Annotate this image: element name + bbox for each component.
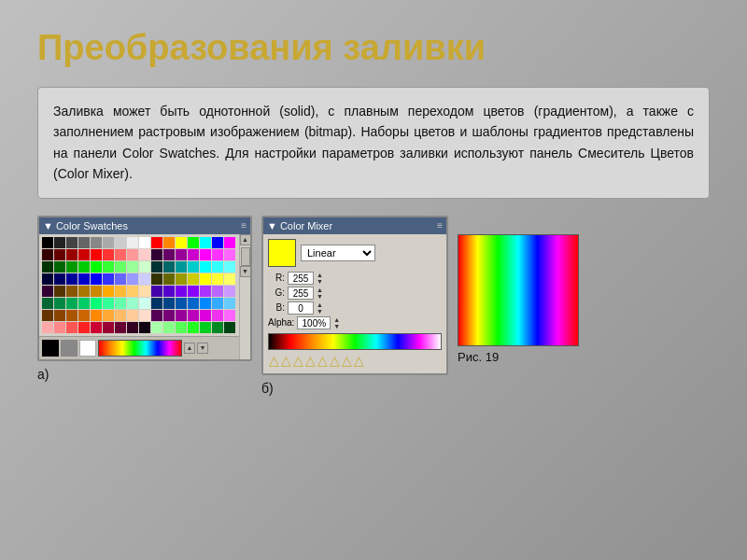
swatch-cell[interactable] (151, 298, 162, 309)
swatch-cell[interactable] (224, 310, 235, 321)
swatch-cell[interactable] (151, 249, 162, 260)
swatch-cell[interactable] (66, 249, 78, 260)
swatch-cell[interactable] (66, 322, 78, 333)
swatch-cell[interactable] (54, 298, 65, 309)
swatch-cell[interactable] (200, 310, 211, 321)
swatch-cell[interactable] (91, 322, 102, 333)
r-arrows[interactable]: ▲▼ (317, 272, 323, 285)
swatch-cell[interactable] (127, 273, 138, 285)
swatch-cell[interactable] (115, 322, 126, 333)
swatch-cell[interactable] (103, 298, 114, 309)
swatch-cell[interactable] (115, 310, 126, 321)
swatch-cell[interactable] (42, 261, 53, 273)
swatch-cell[interactable] (212, 322, 223, 333)
swatch-cell[interactable] (151, 322, 162, 333)
swatch-cell[interactable] (78, 249, 90, 260)
stop-icon-4[interactable]: △ (305, 353, 316, 368)
swatch-cell[interactable] (188, 286, 199, 297)
swatch-cell[interactable] (91, 273, 102, 285)
swatch-cell[interactable] (115, 249, 126, 260)
swatch-cell[interactable] (224, 286, 235, 297)
swatch-cell[interactable] (78, 298, 90, 309)
swatch-cell[interactable] (127, 310, 138, 321)
swatch-cell[interactable] (212, 261, 223, 273)
swatch-cell[interactable] (151, 261, 162, 273)
stop-icon-5[interactable]: △ (317, 353, 328, 368)
alpha-arrows[interactable]: ▲▼ (333, 316, 340, 329)
swatch-cell[interactable] (200, 237, 211, 248)
scroll-up-btn[interactable]: ▲ (184, 343, 195, 354)
swatch-cell[interactable] (212, 310, 223, 321)
swatch-cell[interactable] (200, 286, 211, 297)
swatch-cell[interactable] (54, 322, 65, 333)
swatch-cell[interactable] (91, 249, 102, 260)
swatch-cell[interactable] (42, 286, 53, 297)
swatch-cell[interactable] (163, 273, 175, 285)
stop-icon-8[interactable]: △ (354, 353, 364, 368)
swatch-cell[interactable] (103, 261, 114, 273)
swatch-cell[interactable] (103, 322, 114, 333)
r-value[interactable]: 255 (288, 272, 314, 285)
swatch-cell[interactable] (151, 310, 162, 321)
swatch-cell[interactable] (200, 273, 211, 285)
scrollbar-thumb[interactable] (241, 247, 250, 266)
swatch-cell[interactable] (127, 249, 138, 260)
swatch-cell[interactable] (66, 273, 78, 285)
b-value[interactable]: 0 (288, 301, 314, 315)
stop-icon-6[interactable]: △ (330, 353, 340, 368)
swatch-cell[interactable] (163, 310, 175, 321)
swatch-cell[interactable] (212, 273, 223, 285)
swatch-cell[interactable] (176, 261, 187, 273)
swatch-cell[interactable] (212, 237, 223, 248)
swatch-gray-large[interactable] (61, 340, 78, 357)
swatch-cell[interactable] (224, 261, 235, 273)
swatch-cell[interactable] (78, 286, 90, 297)
swatch-cell[interactable] (163, 261, 175, 273)
swatch-cell[interactable] (103, 249, 114, 260)
swatch-cell[interactable] (66, 298, 78, 309)
swatch-cell[interactable] (66, 261, 78, 273)
scroll-down-icon[interactable]: ▼ (240, 266, 251, 277)
swatch-cell[interactable] (176, 322, 187, 333)
swatch-cell[interactable] (66, 310, 78, 321)
g-arrows[interactable]: ▲▼ (317, 287, 323, 300)
swatch-cell[interactable] (188, 237, 199, 248)
swatch-cell[interactable] (127, 286, 138, 297)
swatch-cell[interactable] (188, 261, 199, 273)
stop-icon-2[interactable]: △ (281, 353, 291, 368)
swatch-cell[interactable] (188, 249, 199, 260)
swatch-cell[interactable] (163, 237, 175, 248)
swatch-cell[interactable] (224, 322, 235, 333)
swatch-cell[interactable] (188, 322, 199, 333)
swatch-cell[interactable] (176, 273, 187, 285)
swatch-cell[interactable] (151, 237, 162, 248)
swatch-cell[interactable] (78, 273, 90, 285)
swatch-white-large[interactable] (79, 340, 96, 357)
swatch-cell[interactable] (78, 310, 90, 321)
b-arrows[interactable]: ▲▼ (317, 301, 323, 315)
swatch-cell[interactable] (66, 286, 78, 297)
swatch-cell[interactable] (103, 310, 114, 321)
swatch-cell[interactable] (176, 286, 187, 297)
swatch-cell[interactable] (91, 237, 102, 248)
gradient-type-select[interactable]: Linear Radial (301, 245, 375, 261)
swatch-cell[interactable] (91, 298, 102, 309)
swatch-cell[interactable] (176, 237, 187, 248)
swatch-cell[interactable] (54, 261, 65, 273)
stop-icon-3[interactable]: △ (293, 353, 303, 368)
g-value[interactable]: 255 (288, 287, 314, 300)
swatch-cell[interactable] (91, 286, 102, 297)
swatch-cell[interactable] (115, 273, 126, 285)
swatch-cell[interactable] (78, 322, 90, 333)
swatch-cell[interactable] (115, 298, 126, 309)
swatch-cell[interactable] (212, 249, 223, 260)
alpha-value[interactable]: 100% (297, 316, 331, 329)
swatch-cell[interactable] (54, 273, 65, 285)
swatch-cell[interactable] (200, 261, 211, 273)
mixer-menu-icon[interactable]: ≡ (437, 220, 443, 231)
swatch-cell[interactable] (115, 237, 126, 248)
swatch-cell[interactable] (151, 273, 162, 285)
swatch-cell[interactable] (139, 298, 150, 309)
swatch-cell[interactable] (200, 249, 211, 260)
swatch-white[interactable] (139, 237, 150, 248)
